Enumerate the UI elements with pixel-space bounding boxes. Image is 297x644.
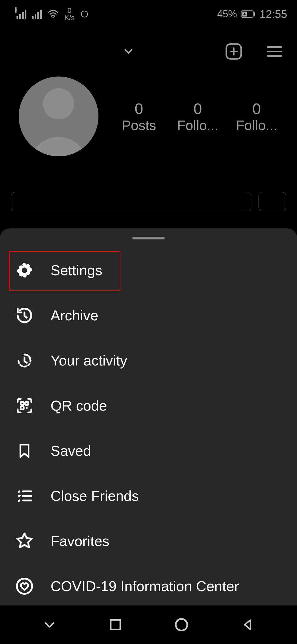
stat-posts[interactable]: 0 Posts [111, 100, 166, 133]
discover-people-button[interactable] [258, 192, 286, 211]
svg-rect-13 [21, 406, 24, 410]
menu-item-qrcode[interactable]: QR code [0, 383, 297, 428]
status-right: 45% 12:55 [217, 8, 287, 20]
svg-rect-3 [254, 12, 255, 16]
profile-topbar [0, 27, 297, 71]
close-friends-icon [15, 486, 34, 506]
menu-item-covid[interactable]: COVID-19 Information Center [0, 564, 297, 609]
heart-circle-icon [15, 577, 34, 596]
bottom-sheet: Settings Archive Your activity [0, 228, 297, 605]
nav-home-icon[interactable] [173, 616, 190, 633]
activity-icon [15, 351, 34, 370]
circle-icon [80, 10, 89, 18]
svg-rect-11 [21, 402, 24, 405]
nav-hide-keyboard-icon[interactable] [41, 616, 58, 633]
signal-nosim-icon: × [16, 9, 26, 19]
signal-icon [32, 9, 42, 19]
menu-label: QR code [51, 397, 107, 414]
menu-item-closefriends[interactable]: Close Friends [0, 473, 297, 519]
svg-point-0 [53, 17, 54, 18]
android-navbar [0, 605, 297, 644]
menu-item-favorites[interactable]: Favorites [0, 519, 297, 564]
nav-back-icon[interactable] [239, 616, 256, 633]
edit-profile-row [0, 192, 297, 211]
svg-point-1 [81, 11, 87, 17]
hamburger-menu-icon[interactable] [266, 43, 283, 60]
new-post-icon[interactable] [224, 42, 244, 61]
menu-label: Archive [51, 307, 98, 324]
status-left: × 0 K/s [16, 7, 89, 21]
stat-following[interactable]: 0 Follo... [229, 100, 284, 133]
svg-point-20 [176, 619, 187, 631]
chevron-down-icon[interactable] [122, 45, 135, 58]
menu-label: Close Friends [51, 488, 139, 504]
wifi-icon [47, 9, 59, 19]
svg-point-18 [17, 578, 32, 594]
menu-label: Settings [51, 262, 102, 279]
svg-rect-12 [25, 402, 28, 405]
menu-label: Saved [51, 443, 91, 459]
svg-rect-19 [111, 620, 120, 630]
edit-profile-button[interactable] [11, 192, 251, 211]
status-bar: × 0 K/s 45% [0, 0, 297, 27]
profile-stats: 0 Posts 0 Follo... 0 Follo... [109, 100, 286, 133]
menu-item-archive[interactable]: Archive [0, 293, 297, 338]
menu-label: Your activity [51, 352, 127, 369]
avatar[interactable] [19, 77, 98, 156]
nav-recents-icon[interactable] [107, 616, 124, 633]
gear-icon [15, 261, 34, 280]
qrcode-icon [15, 396, 34, 415]
menu-label: COVID-19 Information Center [51, 578, 239, 594]
menu-item-settings[interactable]: Settings [0, 248, 297, 293]
menu-item-saved[interactable]: Saved [0, 428, 297, 473]
archive-icon [15, 306, 34, 325]
battery-icon [241, 10, 256, 18]
svg-point-14 [26, 407, 28, 409]
profile-header: 0 Posts 0 Follo... 0 Follo... [0, 71, 297, 159]
star-icon [15, 531, 34, 551]
data-rate: 0 K/s [64, 7, 75, 21]
clock: 12:55 [260, 8, 287, 20]
battery-percent: 45% [217, 8, 237, 20]
menu-label: Favorites [51, 533, 109, 549]
bookmark-icon [15, 441, 34, 460]
stat-followers[interactable]: 0 Follo... [170, 100, 225, 133]
menu-item-activity[interactable]: Your activity [0, 338, 297, 383]
drag-handle[interactable] [132, 237, 165, 239]
